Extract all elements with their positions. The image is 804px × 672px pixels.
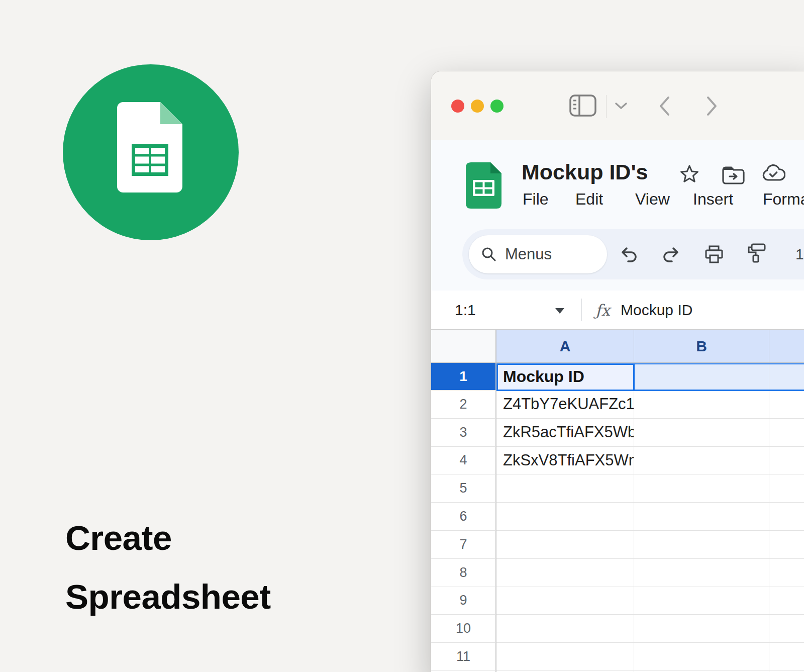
menu-insert[interactable]: Insert xyxy=(693,188,733,210)
row-header-9[interactable]: 9 xyxy=(431,587,496,615)
cell-b2[interactable] xyxy=(634,391,769,419)
cell-c5[interactable] xyxy=(769,474,804,503)
search-icon xyxy=(481,246,497,262)
cell-c8[interactable] xyxy=(769,559,804,587)
cell-a10[interactable] xyxy=(496,615,634,643)
sheet-row: 1Mockup ID xyxy=(431,363,804,391)
row-header-8[interactable]: 8 xyxy=(431,559,496,587)
sheet-row: 5 xyxy=(431,474,804,503)
row-header-4[interactable]: 4 xyxy=(431,447,496,475)
zoom-select[interactable]: 100% xyxy=(795,229,804,279)
minimize-button[interactable] xyxy=(471,100,484,113)
formula-bar-divider xyxy=(581,299,582,321)
sheet-row: 8 xyxy=(431,559,804,587)
cell-b10[interactable] xyxy=(634,615,769,643)
select-all-corner[interactable] xyxy=(431,330,496,363)
sheet-rows: 1Mockup ID2Z4TbY7eKUAFZc1-x3ZkR5acTfiAFX… xyxy=(431,363,804,672)
cell-a2[interactable]: Z4TbY7eKUAFZc1-x xyxy=(496,391,634,419)
menu-format[interactable]: Format xyxy=(763,188,804,210)
cell-b1[interactable] xyxy=(634,363,769,391)
row-header-6[interactable]: 6 xyxy=(431,503,496,531)
sheet-row: 9 xyxy=(431,587,804,615)
cell-c2[interactable] xyxy=(769,391,804,419)
paint-format-icon[interactable] xyxy=(747,243,766,266)
cell-a4[interactable]: ZkSxV8TfiAFX5Wnl xyxy=(496,447,634,475)
search-menus-label: Menus xyxy=(505,245,552,263)
cell-b11[interactable] xyxy=(634,643,769,671)
redo-icon[interactable] xyxy=(661,244,681,264)
cell-b5[interactable] xyxy=(634,474,769,503)
row-header-1[interactable]: 1 xyxy=(431,363,496,391)
move-folder-icon[interactable] xyxy=(722,166,745,185)
formula-bar: 1:1 ƒx Mockup ID xyxy=(431,291,804,329)
undo-icon[interactable] xyxy=(619,244,639,264)
row-header-11[interactable]: 11 xyxy=(431,643,496,671)
row-header-10[interactable]: 10 xyxy=(431,615,496,643)
doc-fold-icon xyxy=(160,102,182,124)
page-title-line1: Create xyxy=(65,509,271,567)
cell-c3[interactable] xyxy=(769,419,804,447)
cell-a3[interactable]: ZkR5acTfiAFX5WbV xyxy=(496,419,634,447)
star-icon[interactable] xyxy=(679,164,699,184)
search-menus-button[interactable]: Menus xyxy=(469,235,607,273)
cell-b3[interactable] xyxy=(634,419,769,447)
formula-input[interactable]: Mockup ID xyxy=(621,291,692,329)
column-header-a[interactable]: A xyxy=(496,330,634,363)
cell-a8[interactable] xyxy=(496,559,634,587)
cell-c7[interactable] xyxy=(769,531,804,559)
name-box-dropdown-icon[interactable] xyxy=(555,308,564,314)
sheet-row: 3ZkR5acTfiAFX5WbV xyxy=(431,419,804,447)
cell-a11[interactable] xyxy=(496,643,634,671)
cell-b7[interactable] xyxy=(634,531,769,559)
cloud-check-icon[interactable] xyxy=(761,164,785,183)
cell-c11[interactable] xyxy=(769,643,804,671)
column-header-c[interactable] xyxy=(769,330,804,363)
column-header-b[interactable]: B xyxy=(634,330,769,363)
close-button[interactable] xyxy=(451,100,464,113)
titlebar-divider xyxy=(606,95,607,118)
cell-a1[interactable]: Mockup ID xyxy=(496,363,634,391)
row-header-3[interactable]: 3 xyxy=(431,419,496,447)
cell-c4[interactable] xyxy=(769,447,804,475)
menu-view[interactable]: View xyxy=(635,188,670,210)
sheets-logo-circle xyxy=(63,64,239,240)
toolbar: Menus 100% xyxy=(462,229,804,279)
page-title: Create Spreadsheet xyxy=(65,509,271,626)
sheet-row: 7 xyxy=(431,531,804,559)
name-box[interactable]: 1:1 xyxy=(455,291,476,329)
cell-b6[interactable] xyxy=(634,503,769,531)
cell-b9[interactable] xyxy=(634,587,769,615)
chevron-down-icon[interactable] xyxy=(614,102,628,111)
cell-a6[interactable] xyxy=(496,503,634,531)
cell-a5[interactable] xyxy=(496,474,634,503)
spreadsheet-grid: A B 1Mockup ID2Z4TbY7eKUAFZc1-x3ZkR5acTf… xyxy=(431,329,804,672)
cell-c10[interactable] xyxy=(769,615,804,643)
window-titlebar xyxy=(431,71,804,140)
menu-file[interactable]: File xyxy=(523,188,549,210)
cell-a7[interactable] xyxy=(496,531,634,559)
cell-c1[interactable] xyxy=(769,363,804,391)
page: { "page": { "heading_line1": "Create", "… xyxy=(0,0,804,672)
zoom-button[interactable] xyxy=(490,100,504,113)
cell-c9[interactable] xyxy=(769,587,804,615)
traffic-lights xyxy=(451,100,504,113)
sheets-file-icon[interactable] xyxy=(466,162,501,209)
page-title-line2: Spreadsheet xyxy=(65,567,271,626)
cell-b4[interactable] xyxy=(634,447,769,475)
forward-icon[interactable] xyxy=(705,95,719,117)
sidebar-toggle-icon[interactable] xyxy=(569,94,596,117)
sheets-header: Mockup ID's File Edit View Insert Format xyxy=(431,140,804,291)
sheet-row: 4ZkSxV8TfiAFX5Wnl xyxy=(431,447,804,475)
cell-a9[interactable] xyxy=(496,587,634,615)
back-icon[interactable] xyxy=(657,95,671,117)
cell-c6[interactable] xyxy=(769,503,804,531)
menu-edit[interactable]: Edit xyxy=(575,188,603,210)
spreadsheet-doc-icon xyxy=(117,102,182,193)
row-header-5[interactable]: 5 xyxy=(431,474,496,503)
print-icon[interactable] xyxy=(704,245,724,264)
row-header-7[interactable]: 7 xyxy=(431,531,496,559)
fx-icon: ƒx xyxy=(595,291,610,329)
row-header-2[interactable]: 2 xyxy=(431,391,496,419)
document-title[interactable]: Mockup ID's xyxy=(522,160,648,184)
cell-b8[interactable] xyxy=(634,559,769,587)
